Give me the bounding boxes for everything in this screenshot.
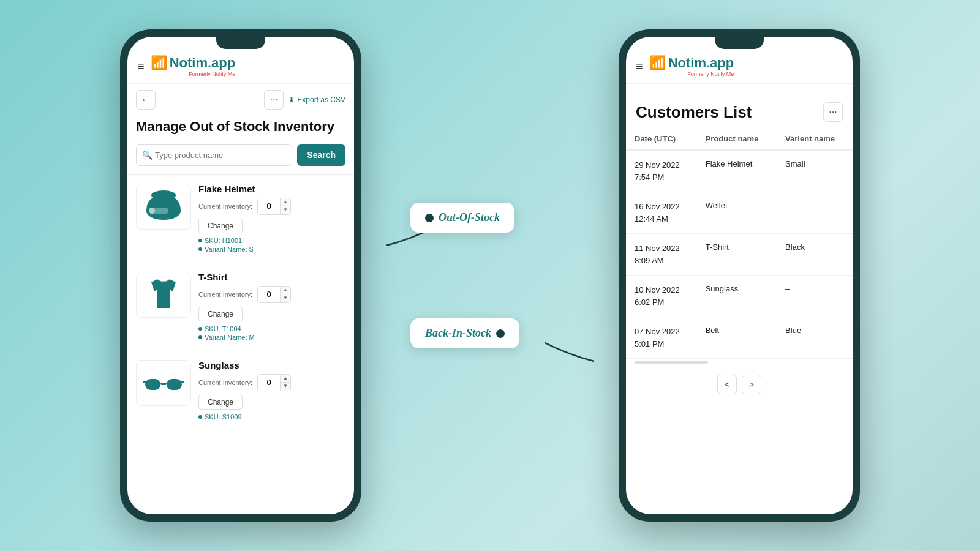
cell-variant: Black xyxy=(777,234,853,276)
product-meta-helmet: SKU: H1001 Variant Name: S xyxy=(198,237,345,253)
inventory-label-helmet: Current Inventory: xyxy=(198,203,252,210)
inventory-input-sunglass[interactable] xyxy=(258,375,280,391)
inventory-spinners-helmet: ▲ ▼ xyxy=(280,198,290,214)
inventory-input-helmet[interactable] xyxy=(258,198,280,214)
inventory-row-helmet: Current Inventory: ▲ ▼ xyxy=(198,198,345,215)
product-image-helmet xyxy=(136,184,191,230)
wifi-icon: 📶 xyxy=(151,55,167,71)
inventory-input-wrap-helmet: ▲ ▼ xyxy=(257,198,291,215)
table-row: 16 Nov 202212:44 AM Wellet – xyxy=(626,192,853,234)
table-header-row: Date (UTC) Product name Varient name xyxy=(626,128,853,150)
svg-rect-6 xyxy=(160,383,167,385)
inv-page-title: Manage Out of Stock Inventory xyxy=(127,113,354,144)
search-button[interactable]: Search xyxy=(297,144,345,166)
next-page-button[interactable]: > xyxy=(742,375,761,394)
search-row: 🔍 Search xyxy=(127,144,354,174)
helmet-svg xyxy=(142,188,185,225)
svg-rect-8 xyxy=(181,381,184,383)
hamburger-icon[interactable]: ≡ xyxy=(137,59,145,73)
logo-formerly-right: Formerly Notify Me xyxy=(649,71,734,77)
inventory-increment-tshirt[interactable]: ▲ xyxy=(281,287,290,294)
sku-sunglass: SKU: S1009 xyxy=(198,413,345,421)
customers-more-button[interactable]: ··· xyxy=(823,102,843,122)
table-row: 11 Nov 20228:09 AM T-Shirt Black xyxy=(626,234,853,276)
inventory-input-tshirt[interactable] xyxy=(258,287,280,302)
scene: ≡ 📶 Notim.app Formerly Notify Me ← ·· xyxy=(0,0,980,551)
export-csv-button[interactable]: ⬇ Export as CSV xyxy=(288,96,345,104)
svg-point-1 xyxy=(151,190,176,200)
meta-dot xyxy=(198,247,202,251)
cell-product: Flake Helmet xyxy=(697,150,777,192)
sunglass-svg xyxy=(142,370,185,395)
inventory-decrement-tshirt[interactable]: ▼ xyxy=(281,294,290,302)
col-date: Date (UTC) xyxy=(626,128,697,150)
product-item-helmet: Flake Helmet Current Inventory: ▲ ▼ xyxy=(127,174,354,263)
tshirt-svg xyxy=(145,276,182,313)
tag-dot-out xyxy=(425,214,434,222)
meta-dot xyxy=(198,327,202,331)
customers-content: Customers List ··· Date (UTC) Product na… xyxy=(626,84,853,514)
search-input-wrap: 🔍 xyxy=(136,144,292,166)
logo-text-right: Notim.app xyxy=(668,55,734,71)
cell-date: 11 Nov 20228:09 AM xyxy=(626,234,697,276)
product-item-tshirt: T-Shirt Current Inventory: ▲ ▼ xyxy=(127,263,354,351)
table-row: 29 Nov 20227:54 PM Flake Helmet Small xyxy=(626,150,853,192)
sku-tshirt: SKU: T1004 xyxy=(198,325,345,332)
pagination-row: < > xyxy=(626,366,853,403)
svg-point-3 xyxy=(149,208,155,214)
cell-product: Sunglass xyxy=(697,276,777,317)
left-phone: ≡ 📶 Notim.app Formerly Notify Me ← ·· xyxy=(120,29,361,522)
out-of-stock-tag-container: Out-Of-Stock xyxy=(410,203,570,233)
customers-header: Customers List ··· xyxy=(626,84,853,128)
col-variant: Varient name xyxy=(777,128,853,150)
customers-title: Customers List xyxy=(636,103,752,122)
back-in-stock-tag: Back-In-Stock xyxy=(410,318,519,348)
hamburger-icon-right[interactable]: ≡ xyxy=(636,59,643,73)
svg-rect-7 xyxy=(143,381,146,383)
tag-dot-in xyxy=(496,329,505,338)
change-button-sunglass[interactable]: Change xyxy=(198,395,243,410)
sku-helmet: SKU: H1001 xyxy=(198,237,345,244)
change-button-tshirt[interactable]: Change xyxy=(198,307,243,321)
prev-page-button[interactable]: < xyxy=(717,375,737,394)
meta-dot xyxy=(198,239,202,242)
search-input[interactable] xyxy=(136,144,292,166)
product-meta-sunglass: SKU: S1009 xyxy=(198,413,345,421)
svg-rect-5 xyxy=(167,379,182,390)
right-phone: ≡ 📶 Notim.app Formerly Notify Me Custome… xyxy=(619,29,860,522)
cell-date: 07 Nov 20225:01 PM xyxy=(626,317,697,359)
inventory-spinners-tshirt: ▲ ▼ xyxy=(280,287,290,302)
cell-product: T-Shirt xyxy=(697,234,777,276)
product-details-helmet: Flake Helmet Current Inventory: ▲ ▼ xyxy=(198,184,345,254)
col-product: Product name xyxy=(697,128,777,150)
table-row: 07 Nov 20225:01 PM Belt Blue xyxy=(626,317,853,359)
inventory-increment-sunglass[interactable]: ▲ xyxy=(281,375,290,383)
search-icon: 🔍 xyxy=(142,150,153,160)
more-options-button[interactable]: ··· xyxy=(264,90,284,110)
svg-rect-4 xyxy=(145,379,160,390)
out-of-stock-tag: Out-Of-Stock xyxy=(410,203,514,233)
logo-text: Notim.app xyxy=(170,55,236,71)
inventory-row-sunglass: Current Inventory: ▲ ▼ xyxy=(198,374,345,391)
toolbar-right: ··· ⬇ Export as CSV xyxy=(264,90,345,110)
cell-variant: – xyxy=(777,276,853,317)
product-details-sunglass: Sunglass Current Inventory: ▲ ▼ xyxy=(198,360,345,422)
logo-formerly: Formerly Notify Me xyxy=(151,71,236,77)
cell-date: 29 Nov 20227:54 PM xyxy=(626,150,697,192)
product-details-tshirt: T-Shirt Current Inventory: ▲ ▼ xyxy=(198,272,345,342)
meta-dot xyxy=(198,335,202,339)
variant-helmet: Variant Name: S xyxy=(198,246,345,253)
out-of-stock-label: Out-Of-Stock xyxy=(439,211,500,224)
cell-variant: Small xyxy=(777,150,853,192)
product-image-sunglass xyxy=(136,360,191,406)
back-in-stock-label: Back-In-Stock xyxy=(425,327,491,340)
logo-right: 📶 Notim.app Formerly Notify Me xyxy=(649,55,734,77)
inventory-increment-helmet[interactable]: ▲ xyxy=(281,198,290,206)
cell-variant: – xyxy=(777,192,853,234)
inventory-spinners-sunglass: ▲ ▼ xyxy=(280,375,290,391)
inventory-decrement-sunglass[interactable]: ▼ xyxy=(281,383,290,391)
change-button-helmet[interactable]: Change xyxy=(198,219,243,233)
logo-left: 📶 Notim.app Formerly Notify Me xyxy=(151,55,236,77)
inventory-decrement-helmet[interactable]: ▼ xyxy=(281,206,290,214)
back-button[interactable]: ← xyxy=(136,90,156,110)
